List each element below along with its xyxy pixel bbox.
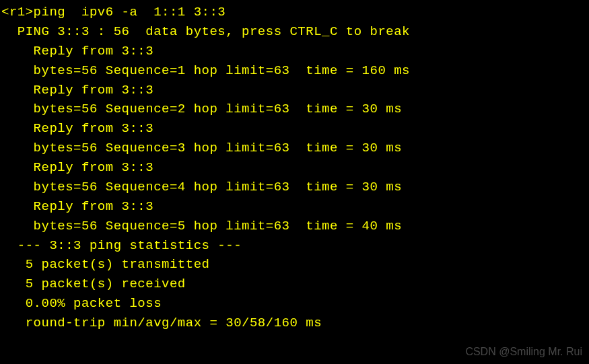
stats-transmitted: 5 packet(s) transmitted bbox=[1, 255, 588, 275]
reply-from-line: Reply from 3::3 bbox=[1, 197, 588, 217]
reply-stats-line: bytes=56 Sequence=5 hop limit=63 time = … bbox=[1, 217, 588, 236]
stats-rtt: round-trip min/avg/max = 30/58/160 ms bbox=[1, 314, 588, 333]
reply-from-line: Reply from 3::3 bbox=[1, 81, 588, 100]
prompt-line: <r1>ping ipv6 -a 1::1 3::3 bbox=[1, 3, 588, 22]
ping-header: PING 3::3 : 56 data bytes, press CTRL_C … bbox=[1, 22, 588, 42]
stats-loss: 0.00% packet loss bbox=[1, 294, 588, 314]
reply-stats-line: bytes=56 Sequence=4 hop limit=63 time = … bbox=[1, 178, 588, 197]
reply-stats-line: bytes=56 Sequence=3 hop limit=63 time = … bbox=[1, 139, 588, 158]
reply-from-line: Reply from 3::3 bbox=[1, 119, 588, 139]
reply-stats-line: bytes=56 Sequence=1 hop limit=63 time = … bbox=[1, 61, 588, 81]
reply-stats-line: bytes=56 Sequence=2 hop limit=63 time = … bbox=[1, 100, 588, 119]
watermark-text: CSDN @Smiling Mr. Rui bbox=[465, 344, 582, 360]
reply-from-line: Reply from 3::3 bbox=[1, 42, 588, 61]
terminal-output: <r1>ping ipv6 -a 1::1 3::3 PING 3::3 : 5… bbox=[1, 3, 588, 333]
prompt-command: ping ipv6 -a 1::1 3::3 bbox=[34, 5, 226, 20]
stats-header: --- 3::3 ping statistics --- bbox=[1, 236, 588, 256]
prompt-hostname: <r1> bbox=[1, 5, 34, 20]
stats-received: 5 packet(s) received bbox=[1, 275, 588, 294]
reply-from-line: Reply from 3::3 bbox=[1, 158, 588, 178]
